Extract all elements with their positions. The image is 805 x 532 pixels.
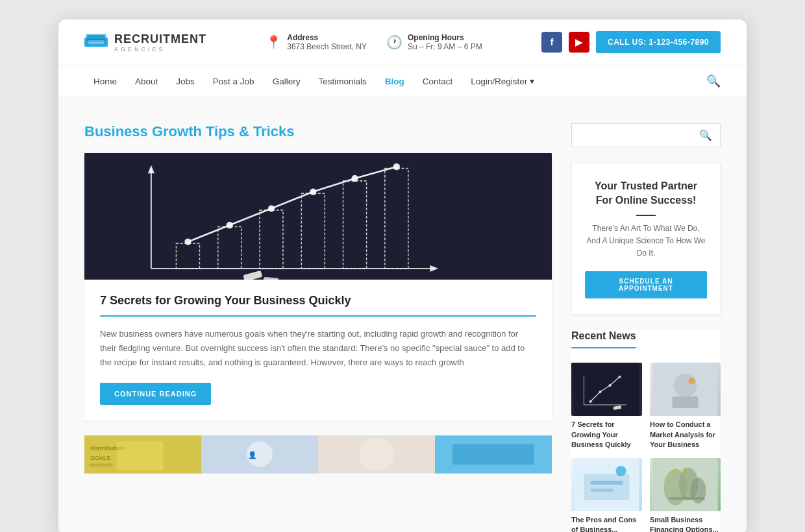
svg-point-33 bbox=[359, 438, 394, 470]
svg-rect-3 bbox=[88, 40, 104, 44]
facebook-button[interactable]: f bbox=[541, 32, 562, 53]
blog-post-image bbox=[84, 153, 552, 280]
main-nav: Home About Jobs Post a Job Gallery Testi… bbox=[58, 66, 747, 97]
search-button[interactable]: 🔍 bbox=[691, 124, 720, 147]
svg-rect-5 bbox=[84, 153, 552, 280]
svg-text:GOALS: GOALS bbox=[90, 455, 110, 461]
nav-item-blog[interactable]: Blog bbox=[376, 66, 414, 97]
svg-point-52 bbox=[616, 466, 626, 476]
logo-text: RECRUITMENT AGENCIES bbox=[114, 32, 206, 53]
blog-body: 7 Secrets for Growing Your Business Quic… bbox=[84, 280, 552, 420]
chalkboard-graphic bbox=[84, 153, 552, 280]
page-title: Business Growth Tips & Tricks bbox=[84, 123, 552, 140]
svg-rect-49 bbox=[584, 474, 630, 500]
address-info: 📍 Address 3673 Beech Street, NY bbox=[266, 33, 367, 51]
clock-icon: 🕐 bbox=[386, 34, 402, 50]
schedule-button[interactable]: SCHEDULE AN APPOINTMENT bbox=[585, 271, 707, 298]
news-label-3: The Pros and Cons of Business... bbox=[571, 515, 642, 532]
site-header: RECRUITMENT AGENCIES 📍 Address 3673 Beec… bbox=[58, 19, 747, 66]
nav-item-jobs[interactable]: Jobs bbox=[167, 66, 204, 97]
sidebar-widget: Your Trusted Partner For Online Success!… bbox=[571, 163, 721, 315]
svg-point-45 bbox=[674, 374, 697, 397]
blog-card: 7 Secrets for Growing Your Business Quic… bbox=[84, 153, 552, 420]
svg-point-18 bbox=[268, 205, 275, 212]
browser-window: RECRUITMENT AGENCIES 📍 Address 3673 Beec… bbox=[58, 19, 747, 532]
news-thumb-3 bbox=[571, 458, 642, 511]
svg-point-19 bbox=[310, 188, 316, 195]
address-text: Address 3673 Beech Street, NY bbox=[287, 33, 367, 51]
svg-point-20 bbox=[351, 175, 358, 182]
svg-rect-27 bbox=[89, 464, 112, 467]
recent-news: Recent News bbox=[571, 330, 721, 532]
location-icon: 📍 bbox=[266, 34, 282, 50]
header-right: f ▶ CALL US: 1-123-456-7890 bbox=[541, 31, 721, 53]
news-item-4[interactable]: Small Business Financing Options... bbox=[650, 458, 721, 532]
news-label-2: How to Conduct a Market Analysis for You… bbox=[650, 420, 721, 450]
strip-item-1: distribution GOALS bbox=[84, 433, 201, 476]
chevron-down-icon: ▾ bbox=[530, 76, 534, 86]
svg-rect-50 bbox=[591, 481, 623, 485]
svg-point-21 bbox=[393, 163, 400, 170]
news-item-2[interactable]: How to Conduct a Market Analysis for You… bbox=[650, 363, 721, 450]
news-thumb-1 bbox=[571, 363, 642, 416]
nav-item-post-job[interactable]: Post a Job bbox=[204, 66, 264, 97]
svg-point-41 bbox=[609, 384, 612, 387]
bottom-strip: distribution GOALS 👤 bbox=[84, 433, 552, 476]
nav-item-about[interactable]: About bbox=[126, 66, 167, 97]
svg-point-39 bbox=[589, 400, 592, 403]
logo-main: RECRUITMENT bbox=[114, 32, 206, 46]
youtube-button[interactable]: ▶ bbox=[569, 32, 589, 53]
svg-point-42 bbox=[619, 376, 621, 378]
svg-text:👤: 👤 bbox=[248, 451, 257, 459]
sidebar-search[interactable]: 🔍 bbox=[571, 123, 721, 147]
nav-item-home[interactable]: Home bbox=[84, 66, 126, 97]
widget-description: There's An Art To What We Do, And A Uniq… bbox=[585, 223, 707, 260]
strip-item-2: 👤 bbox=[201, 433, 318, 476]
recent-news-title: Recent News bbox=[571, 330, 636, 348]
nav-search-icon[interactable]: 🔍 bbox=[706, 74, 721, 88]
header-info: 📍 Address 3673 Beech Street, NY 🕐 Openin… bbox=[266, 33, 482, 51]
nav-item-login[interactable]: Login/Register ▾ bbox=[462, 66, 543, 97]
main-container: Business Growth Tips & Tricks bbox=[58, 97, 747, 532]
svg-point-59 bbox=[684, 468, 687, 472]
news-label-1: 7 Secrets for Growing Your Business Quic… bbox=[571, 420, 642, 450]
news-thumb-4 bbox=[650, 458, 721, 511]
logo-sub: AGENCIES bbox=[114, 46, 206, 53]
strip-item-4 bbox=[435, 433, 552, 476]
search-input[interactable] bbox=[572, 124, 691, 147]
svg-rect-2 bbox=[86, 34, 106, 39]
widget-divider bbox=[636, 215, 656, 216]
svg-point-47 bbox=[689, 378, 695, 384]
logo-area: RECRUITMENT AGENCIES bbox=[84, 32, 206, 53]
news-item-1[interactable]: 7 Secrets for Growing Your Business Quic… bbox=[571, 363, 642, 450]
nav-item-contact[interactable]: Contact bbox=[414, 66, 462, 97]
nav-item-testimonials[interactable]: Testimonials bbox=[309, 66, 375, 97]
strip-item-3 bbox=[318, 433, 435, 476]
news-label-4: Small Business Financing Options... bbox=[650, 515, 721, 532]
nav-item-gallery[interactable]: Gallery bbox=[264, 66, 310, 97]
svg-rect-35 bbox=[452, 444, 534, 465]
svg-rect-51 bbox=[591, 489, 613, 492]
logo-icon bbox=[84, 32, 108, 52]
svg-rect-28 bbox=[117, 442, 164, 471]
widget-title: Your Trusted Partner For Online Success! bbox=[585, 179, 707, 208]
hours-text: Opening Hours Su – Fr: 9 AM – 6 PM bbox=[408, 33, 482, 51]
nav-links: Home About Jobs Post a Job Gallery Testi… bbox=[84, 66, 543, 97]
svg-rect-57 bbox=[669, 497, 705, 500]
news-thumb-2 bbox=[650, 363, 721, 416]
hours-info: 🕐 Opening Hours Su – Fr: 9 AM – 6 PM bbox=[386, 33, 482, 51]
sidebar: 🔍 Your Trusted Partner For Online Succes… bbox=[571, 123, 721, 532]
svg-point-17 bbox=[227, 222, 233, 228]
svg-point-40 bbox=[599, 391, 602, 393]
content-area: Business Growth Tips & Tricks bbox=[84, 123, 552, 532]
continue-reading-button[interactable]: CONTINUE READING bbox=[100, 383, 211, 405]
svg-point-16 bbox=[184, 239, 191, 245]
svg-rect-46 bbox=[673, 396, 699, 408]
news-item-3[interactable]: The Pros and Cons of Business... bbox=[571, 458, 642, 532]
call-button[interactable]: CALL US: 1-123-456-7890 bbox=[596, 31, 721, 53]
blog-excerpt: New business owners have numerous goals … bbox=[100, 327, 536, 370]
recent-news-grid: 7 Secrets for Growing Your Business Quic… bbox=[571, 363, 721, 532]
blog-post-title: 7 Secrets for Growing Your Business Quic… bbox=[100, 294, 536, 317]
svg-point-58 bbox=[673, 468, 678, 474]
